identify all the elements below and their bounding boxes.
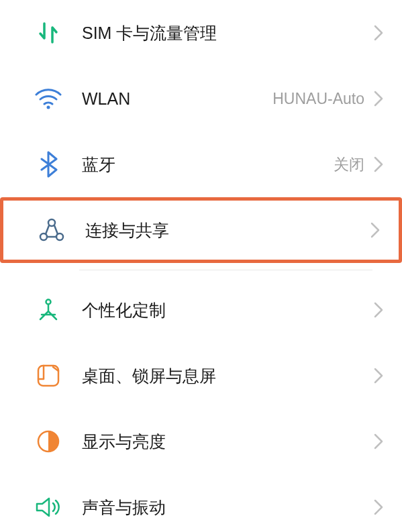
settings-item-bluetooth[interactable]: 蓝牙 关闭 (0, 131, 402, 197)
chevron-right-icon (372, 89, 385, 109)
item-label: WLAN (82, 89, 272, 109)
connection-sharing-icon (37, 215, 66, 245)
item-label: 连接与共享 (85, 219, 369, 242)
item-label: 声音与振动 (82, 496, 372, 519)
item-label: 个性化定制 (82, 299, 372, 321)
sim-data-icon (34, 18, 63, 48)
settings-item-personalization[interactable]: 个性化定制 (0, 277, 402, 343)
chevron-right-icon (372, 23, 385, 43)
settings-item-wlan[interactable]: WLAN HUNAU-Auto (0, 66, 402, 131)
chevron-right-icon (372, 497, 385, 517)
personalization-icon (34, 295, 63, 325)
item-label: SIM 卡与流量管理 (82, 22, 372, 44)
bluetooth-icon (34, 150, 63, 179)
chevron-right-icon (372, 431, 385, 451)
chevron-right-icon (372, 366, 385, 386)
chevron-right-icon (372, 300, 385, 320)
item-value: HUNAU-Auto (272, 90, 364, 108)
wifi-icon (34, 84, 63, 113)
item-label: 桌面、锁屏与息屏 (82, 365, 372, 387)
item-label: 蓝牙 (82, 154, 334, 176)
chevron-right-icon (369, 220, 381, 240)
svg-point-4 (46, 300, 51, 305)
item-label: 显示与亮度 (82, 431, 372, 453)
svg-point-0 (47, 106, 50, 109)
divider (79, 270, 372, 270)
settings-item-display-brightness[interactable]: 显示与亮度 (0, 409, 402, 474)
desktop-lockscreen-icon (34, 361, 63, 390)
settings-item-sound-vibration[interactable]: 声音与振动 (0, 474, 402, 532)
settings-item-connection-sharing[interactable]: 连接与共享 (0, 197, 402, 263)
display-brightness-icon (34, 427, 63, 456)
item-value: 关闭 (334, 154, 364, 175)
settings-item-desktop-lockscreen[interactable]: 桌面、锁屏与息屏 (0, 343, 402, 409)
chevron-right-icon (372, 154, 385, 174)
settings-list: SIM 卡与流量管理 WLAN HUNAU-Auto 蓝牙 关闭 (0, 0, 402, 532)
sound-vibration-icon (34, 492, 63, 522)
settings-item-sim-data[interactable]: SIM 卡与流量管理 (0, 0, 402, 66)
